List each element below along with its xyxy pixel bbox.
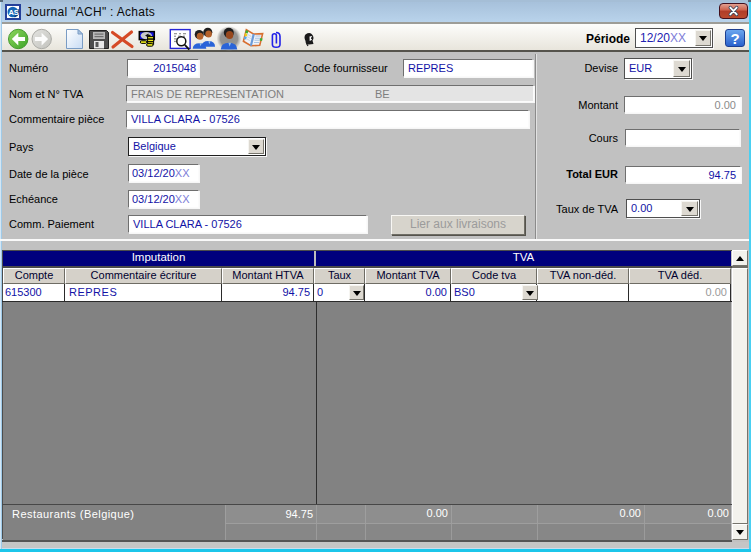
svg-text:AS: AS (8, 8, 18, 17)
